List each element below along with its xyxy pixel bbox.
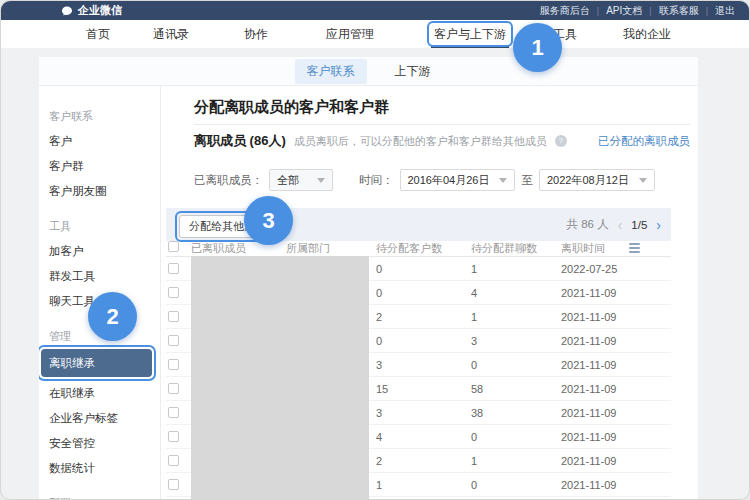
topbar-separator: | — [706, 6, 708, 16]
topbar-link-1[interactable]: API文档 — [606, 4, 642, 18]
sidebar-section-header-1: 工具 — [39, 214, 160, 239]
cell-groups: 0 — [471, 473, 477, 497]
nav-item-0[interactable]: 首页 — [86, 20, 110, 48]
sidebar-item[interactable]: 在职继承 — [39, 381, 160, 406]
page-indicator: 1/5 — [631, 219, 647, 231]
cell-groups: 0 — [471, 353, 477, 377]
cell-groups: 3 — [471, 329, 477, 353]
row-checkbox[interactable] — [168, 383, 179, 394]
subtab-bar: 客户联系上下游 — [39, 57, 698, 86]
member-filter-value: 全部 — [277, 173, 299, 188]
sidebar-item-label: 离职继承 — [49, 357, 95, 369]
sidebar-item[interactable]: 安全管控 — [39, 431, 160, 456]
subtab-1[interactable]: 上下游 — [383, 59, 443, 84]
date-to-value: 2022年08月12日 — [547, 173, 629, 188]
col-header-member: 已离职成员 — [191, 241, 246, 255]
wecom-logo[interactable]: 企业微信 — [61, 1, 122, 20]
topbar-link-2[interactable]: 联系客服 — [659, 4, 699, 18]
topbar: 企业微信 服务商后台|API文档|联系客服|退出 — [1, 1, 749, 20]
member-filter-select[interactable]: 全部 — [269, 169, 333, 191]
nav-item-3[interactable]: 应用管理 — [326, 20, 374, 48]
dropdown-caret-icon — [499, 178, 507, 183]
table-header: 已离职成员 所属部门 待分配客户数 待分配群聊数 离职时间 — [166, 241, 671, 257]
sidebar-item[interactable]: 离职继承 — [41, 349, 152, 377]
select-all-checkbox[interactable] — [168, 241, 179, 252]
cell-customers: 3 — [376, 353, 382, 377]
cell-groups: 4 — [471, 281, 477, 305]
cell-customers: 1 — [376, 473, 382, 497]
cell-customers: 2 — [376, 305, 382, 329]
col-header-groups: 待分配群聊数 — [471, 241, 537, 255]
sidebar-item[interactable]: 企业客户标签 — [39, 406, 160, 431]
row-checkbox[interactable] — [168, 431, 179, 442]
page-title: 分配离职成员的客户和客户群 — [194, 98, 389, 117]
column-settings-icon[interactable] — [629, 243, 640, 253]
cell-date: 2021-11-09 — [561, 425, 616, 449]
nav-item-6[interactable]: 我的企业 — [623, 20, 671, 48]
topbar-links: 服务商后台|API文档|联系客服|退出 — [540, 1, 735, 20]
cell-customers: 15 — [376, 377, 388, 401]
annotation-box-1 — [427, 21, 513, 47]
row-checkbox[interactable] — [168, 479, 179, 490]
cell-date: 2021-11-09 — [561, 401, 616, 425]
sidebar-item[interactable]: 数据统计 — [39, 456, 160, 481]
sidebar-item[interactable]: 客户 — [39, 129, 160, 154]
wecom-logo-text: 企业微信 — [78, 3, 122, 18]
content-panel: 客户联系上下游 客户联系客户客户群客户朋友圈工具加客户群发工具聊天工具管理离职继… — [39, 57, 698, 500]
selected-nav-underline — [431, 45, 509, 48]
annotation-step-2: 2 — [88, 292, 137, 341]
date-from-value: 2016年04月26日 — [408, 173, 490, 188]
cell-date: 2022-07-25 — [561, 257, 617, 281]
member-description: 成员离职后，可以分配他的客户和客户群给其他成员 — [294, 134, 547, 149]
topbar-link-3[interactable]: 退出 — [715, 4, 735, 18]
cell-customers: 3 — [376, 401, 382, 425]
sidebar-item[interactable]: 群发工具 — [39, 264, 160, 289]
sidebar: 客户联系客户客户群客户朋友圈工具加客户群发工具聊天工具管理离职继承在职继承企业客… — [39, 86, 161, 500]
prev-page-button[interactable]: ‹ — [618, 218, 623, 232]
member-heading: 离职成员 (86人) — [194, 132, 286, 150]
cell-groups: 1 — [471, 449, 477, 473]
wecom-logo-icon — [61, 5, 73, 17]
cell-customers: 2 — [376, 449, 382, 473]
sidebar-item[interactable]: 加客户 — [39, 239, 160, 264]
cell-date: 2021-11-09 — [561, 449, 616, 473]
cell-date: 2021-11-09 — [561, 329, 616, 353]
pagination: 共 86 人 ‹ 1/5 › — [566, 208, 661, 241]
cell-groups: 1 — [471, 305, 477, 329]
col-header-customers: 待分配客户数 — [376, 241, 442, 255]
annotation-step-1: 1 — [513, 23, 562, 72]
member-subheader: 离职成员 (86人) 成员离职后，可以分配他的客户和客户群给其他成员 ? — [194, 132, 567, 150]
sidebar-item[interactable]: 客户朋友圈 — [39, 179, 160, 204]
topbar-separator: | — [597, 6, 599, 16]
nav-item-4[interactable]: 客户与上下游 — [434, 20, 506, 48]
subtab-0[interactable]: 客户联系 — [295, 59, 367, 84]
cell-date: 2021-11-09 — [561, 305, 616, 329]
row-checkbox[interactable] — [168, 359, 179, 370]
topbar-link-0[interactable]: 服务商后台 — [540, 4, 590, 18]
col-header-date: 离职时间 — [561, 241, 605, 255]
help-info-icon[interactable]: ? — [555, 135, 567, 147]
next-page-button[interactable]: › — [656, 218, 661, 232]
dropdown-caret-icon — [317, 178, 325, 183]
cell-groups: 1 — [471, 257, 477, 281]
nav-item-1[interactable]: 通讯录 — [153, 20, 189, 48]
date-to-select[interactable]: 2022年08月12日 — [539, 169, 655, 191]
to-label: 至 — [521, 173, 533, 188]
date-from-select[interactable]: 2016年04月26日 — [400, 169, 516, 191]
member-filter-label: 已离职成员： — [194, 173, 263, 188]
total-count: 共 86 人 — [566, 217, 608, 232]
assigned-members-link[interactable]: 已分配的离职成员 — [598, 134, 690, 149]
sidebar-item[interactable]: 客户群 — [39, 154, 160, 179]
nav-item-2[interactable]: 协作 — [244, 20, 268, 48]
row-checkbox[interactable] — [168, 287, 179, 298]
cell-customers: 0 — [376, 257, 382, 281]
row-checkbox[interactable] — [168, 311, 179, 322]
main-nav: 首页通讯录协作应用管理客户与上下游管理工具我的企业 — [1, 20, 749, 48]
dropdown-caret-icon — [639, 178, 647, 183]
title-divider — [194, 124, 690, 125]
row-checkbox[interactable] — [168, 335, 179, 346]
row-checkbox[interactable] — [168, 263, 179, 274]
row-checkbox[interactable] — [168, 407, 179, 418]
row-checkbox[interactable] — [168, 455, 179, 466]
topbar-separator: | — [649, 6, 651, 16]
